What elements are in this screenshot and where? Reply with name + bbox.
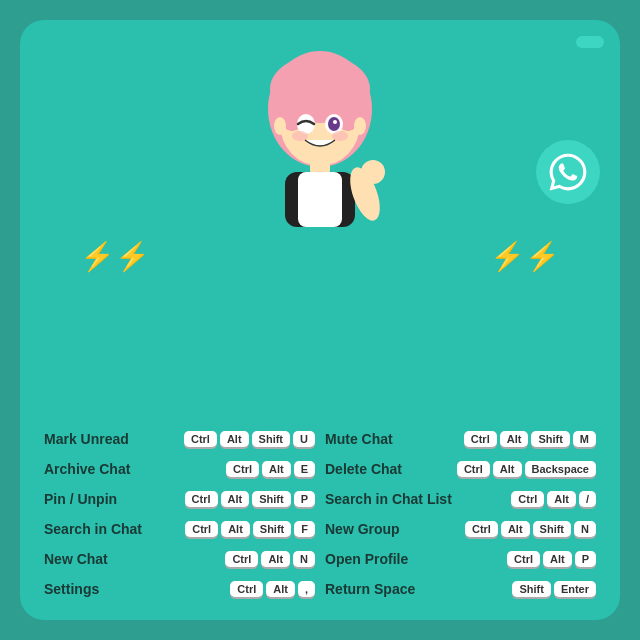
key-group: CtrlAltShiftP xyxy=(185,491,315,507)
key-badge: Ctrl xyxy=(225,551,258,567)
key-badge: Ctrl xyxy=(184,431,217,447)
shortcut-label: Archive Chat xyxy=(44,461,134,477)
shortcut-row: Search in ChatCtrlAltShiftF xyxy=(44,514,315,544)
shortcut-label: Mark Unread xyxy=(44,431,134,447)
key-group: CtrlAlt, xyxy=(230,581,315,597)
shortcut-row: Mark UnreadCtrlAltShiftU xyxy=(44,424,315,454)
shortcut-label: Settings xyxy=(44,581,134,597)
left-column: Mark UnreadCtrlAltShiftUArchive ChatCtrl… xyxy=(44,424,315,604)
key-group: CtrlAltN xyxy=(225,551,315,567)
shortcut-label: Mute Chat xyxy=(325,431,415,447)
key-badge: U xyxy=(293,431,315,447)
key-group: CtrlAltShiftN xyxy=(465,521,596,537)
key-badge: Ctrl xyxy=(465,521,498,537)
key-badge: Shift xyxy=(512,581,550,597)
key-group: CtrlAlt/ xyxy=(511,491,596,507)
svg-point-17 xyxy=(354,117,366,135)
key-badge: Ctrl xyxy=(185,521,218,537)
svg-point-15 xyxy=(332,131,348,141)
key-badge: Shift xyxy=(253,521,291,537)
key-badge: Enter xyxy=(554,581,596,597)
key-badge: Alt xyxy=(221,521,250,537)
key-group: CtrlAltBackspace xyxy=(457,461,596,477)
shortcut-label: Pin / Unpin xyxy=(44,491,134,507)
key-badge: F xyxy=(294,521,315,537)
key-group: CtrlAltP xyxy=(507,551,596,567)
shortcut-label: Search in Chat List xyxy=(325,491,452,507)
key-badge: N xyxy=(293,551,315,567)
key-badge: P xyxy=(294,491,315,507)
key-badge: Ctrl xyxy=(226,461,259,477)
key-badge: Ctrl xyxy=(185,491,218,507)
shortcut-label: Search in Chat xyxy=(44,521,142,537)
key-badge: Ctrl xyxy=(464,431,497,447)
key-badge: Ctrl xyxy=(230,581,263,597)
key-badge: E xyxy=(294,461,315,477)
key-badge: P xyxy=(575,551,596,567)
key-badge: Alt xyxy=(266,581,295,597)
svg-point-12 xyxy=(328,117,340,131)
shortcuts-grid: Mark UnreadCtrlAltShiftUArchive ChatCtrl… xyxy=(20,410,620,620)
key-badge: Alt xyxy=(220,431,249,447)
key-badge: Alt xyxy=(500,431,529,447)
key-badge: Backspace xyxy=(525,461,597,477)
platform-badge xyxy=(576,36,604,48)
key-badge: Alt xyxy=(261,551,290,567)
shortcut-label: Return Space xyxy=(325,581,415,597)
svg-point-19 xyxy=(361,160,385,184)
shortcut-label: New Group xyxy=(325,521,415,537)
key-badge: Alt xyxy=(221,491,250,507)
key-badge: Ctrl xyxy=(507,551,540,567)
main-card: ⚡⚡ ⚡⚡ Mark UnreadCtrlAltShiftUArchive Ch… xyxy=(20,20,620,620)
shortcut-row: Search in Chat ListCtrlAlt/ xyxy=(325,484,596,514)
shortcut-row: Return SpaceShiftEnter xyxy=(325,574,596,604)
shortcut-label: Open Profile xyxy=(325,551,415,567)
key-badge: Alt xyxy=(501,521,530,537)
key-group: CtrlAltShiftF xyxy=(185,521,315,537)
key-badge: Ctrl xyxy=(457,461,490,477)
shortcut-row: Open ProfileCtrlAltP xyxy=(325,544,596,574)
lightning-right-icon: ⚡⚡ xyxy=(490,240,560,273)
shortcut-row: Pin / UnpinCtrlAltShiftP xyxy=(44,484,315,514)
svg-point-16 xyxy=(274,117,286,135)
key-group: CtrlAltE xyxy=(226,461,315,477)
shortcut-row: New GroupCtrlAltShiftN xyxy=(325,514,596,544)
key-badge: Ctrl xyxy=(511,491,544,507)
key-badge: Alt xyxy=(493,461,522,477)
svg-point-13 xyxy=(333,120,337,124)
shortcut-row: New ChatCtrlAltN xyxy=(44,544,315,574)
lightning-left-icon: ⚡⚡ xyxy=(80,240,150,273)
key-badge: Shift xyxy=(531,431,569,447)
character-illustration xyxy=(240,30,400,192)
shortcut-row: Archive ChatCtrlAltE xyxy=(44,454,315,484)
key-badge: Shift xyxy=(533,521,571,537)
key-badge: Alt xyxy=(543,551,572,567)
key-badge: Alt xyxy=(262,461,291,477)
shortcut-row: Mute ChatCtrlAltShiftM xyxy=(325,424,596,454)
key-badge: , xyxy=(298,581,315,597)
shortcut-label: New Chat xyxy=(44,551,134,567)
whatsapp-icon xyxy=(536,140,600,204)
key-badge: / xyxy=(579,491,596,507)
key-group: CtrlAltShiftM xyxy=(464,431,596,447)
shortcut-row: Delete ChatCtrlAltBackspace xyxy=(325,454,596,484)
key-group: CtrlAltShiftU xyxy=(184,431,315,447)
svg-rect-3 xyxy=(298,172,342,227)
svg-point-14 xyxy=(292,131,308,141)
key-badge: Alt xyxy=(547,491,576,507)
key-badge: M xyxy=(573,431,596,447)
key-group: ShiftEnter xyxy=(512,581,596,597)
shortcut-row: SettingsCtrlAlt, xyxy=(44,574,315,604)
shortcut-label: Delete Chat xyxy=(325,461,415,477)
key-badge: Shift xyxy=(252,431,290,447)
right-column: Mute ChatCtrlAltShiftMDelete ChatCtrlAlt… xyxy=(325,424,596,604)
key-badge: Shift xyxy=(252,491,290,507)
key-badge: N xyxy=(574,521,596,537)
